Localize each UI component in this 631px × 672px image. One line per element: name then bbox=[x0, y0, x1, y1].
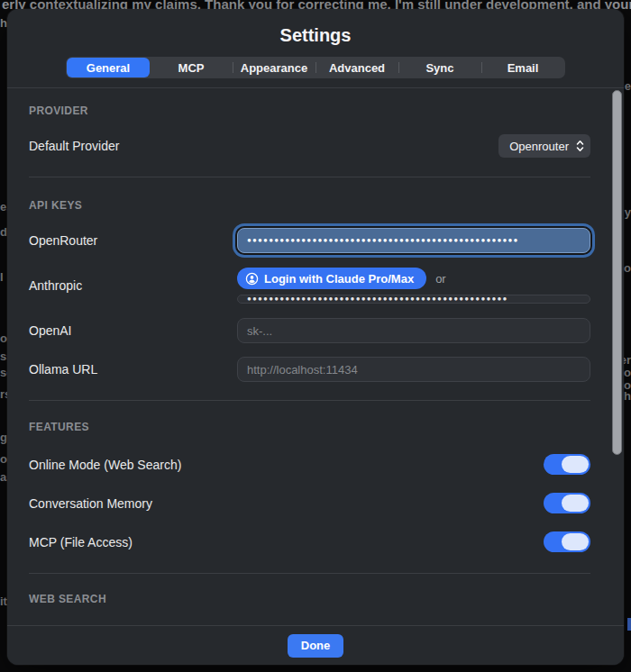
settings-modal: Settings General MCP Appearance Advanced… bbox=[7, 9, 624, 665]
background-text-fragment: l bbox=[0, 270, 4, 284]
section-header-features: FEATURES bbox=[29, 421, 590, 433]
mcp-file-access-row: MCP (File Access) bbox=[29, 531, 590, 552]
background-text-fragment: d bbox=[0, 225, 7, 239]
tab-sync[interactable]: Sync bbox=[398, 58, 481, 77]
background-text-fragment: g bbox=[0, 431, 7, 444]
conversation-memory-toggle[interactable] bbox=[544, 493, 590, 513]
ollama-url-row: Ollama URL bbox=[29, 357, 590, 382]
section-header-web-search: WEB SEARCH bbox=[29, 593, 590, 605]
masked-key-value: ●●●●●●●●●●●●●●●●●●●●●●●●●●●●●●●●●●●●●●●●… bbox=[247, 295, 508, 303]
ollama-url-label: Ollama URL bbox=[29, 362, 237, 377]
online-mode-toggle[interactable] bbox=[544, 454, 590, 475]
default-provider-value: Openrouter bbox=[509, 140, 569, 153]
background-text-fragment: o bbox=[0, 452, 7, 466]
masked-key-value: ●●●●●●●●●●●●●●●●●●●●●●●●●●●●●●●●●●●●●●●●… bbox=[247, 237, 519, 244]
tab-mcp[interactable]: MCP bbox=[150, 58, 233, 77]
settings-scroll-area: PROVIDER Default Provider Openrouter API… bbox=[7, 88, 624, 625]
section-header-provider: PROVIDER bbox=[29, 104, 590, 117]
tab-advanced[interactable]: Advanced bbox=[316, 58, 398, 77]
settings-tab-bar: General MCP Appearance Advanced Sync Ema… bbox=[66, 57, 565, 78]
tab-email[interactable]: Email bbox=[481, 58, 564, 77]
toggle-knob bbox=[562, 533, 589, 550]
login-claude-label: Login with Claude Pro/Max bbox=[264, 272, 414, 286]
anthropic-key-field[interactable]: ●●●●●●●●●●●●●●●●●●●●●●●●●●●●●●●●●●●●●●●●… bbox=[237, 295, 590, 304]
done-button[interactable]: Done bbox=[288, 634, 344, 658]
background-text-fragment: e bbox=[625, 79, 631, 93]
tab-general[interactable]: General bbox=[67, 58, 150, 77]
login-claude-button[interactable]: Login with Claude Pro/Max bbox=[237, 268, 426, 289]
background-text-fragment: o bbox=[0, 331, 7, 345]
default-provider-select[interactable]: Openrouter bbox=[498, 134, 590, 158]
chevron-up-down-icon bbox=[576, 140, 584, 152]
tab-appearance[interactable]: Appearance bbox=[233, 58, 316, 77]
anthropic-key-row: Anthropic Login with Claude Pro/Max bbox=[29, 268, 590, 304]
modal-header: Settings General MCP Appearance Advanced… bbox=[7, 9, 624, 88]
online-mode-label: Online Mode (Web Search) bbox=[29, 458, 181, 472]
background-text-fragment: h bbox=[624, 389, 631, 403]
openrouter-key-row: OpenRouter ●●●●●●●●●●●●●●●●●●●●●●●●●●●●●… bbox=[29, 227, 590, 253]
background-accent-sliver bbox=[627, 618, 631, 631]
default-provider-label: Default Provider bbox=[29, 139, 237, 153]
anthropic-label: Anthropic bbox=[29, 278, 237, 293]
conversation-memory-label: Conversation Memory bbox=[29, 496, 152, 511]
openrouter-label: OpenRouter bbox=[29, 233, 237, 248]
background-text-fragment: y bbox=[625, 205, 631, 219]
background-text-fragment: o bbox=[624, 366, 631, 379]
online-mode-row: Online Mode (Web Search) bbox=[29, 454, 590, 475]
section-divider bbox=[29, 400, 590, 401]
openai-key-input[interactable] bbox=[237, 318, 590, 343]
toggle-knob bbox=[562, 456, 589, 473]
openai-key-row: OpenAI bbox=[29, 318, 590, 343]
scrollbar-thumb[interactable] bbox=[612, 90, 622, 455]
background-text-fragment: it bbox=[0, 595, 7, 608]
or-text: or bbox=[435, 272, 446, 286]
openai-label: OpenAI bbox=[29, 323, 237, 338]
mcp-file-access-label: MCP (File Access) bbox=[29, 535, 133, 549]
section-header-api-keys: API KEYS bbox=[29, 199, 590, 212]
page-title: Settings bbox=[7, 9, 624, 46]
modal-footer: Done bbox=[7, 625, 624, 665]
background-text-fragment: o bbox=[624, 261, 631, 275]
conversation-memory-row: Conversation Memory bbox=[29, 493, 590, 513]
ollama-url-input[interactable] bbox=[237, 357, 590, 382]
person-circle-icon bbox=[245, 272, 259, 286]
toggle-knob bbox=[562, 495, 589, 512]
openrouter-key-field[interactable]: ●●●●●●●●●●●●●●●●●●●●●●●●●●●●●●●●●●●●●●●●… bbox=[237, 228, 590, 253]
default-provider-row: Default Provider Openrouter bbox=[29, 133, 590, 159]
mcp-file-access-toggle[interactable] bbox=[544, 531, 590, 552]
section-divider bbox=[29, 177, 590, 177]
section-divider bbox=[29, 573, 590, 574]
